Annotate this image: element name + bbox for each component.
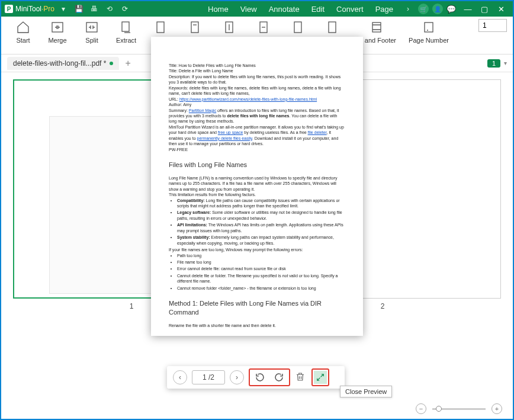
split-button[interactable]: Split [76,19,108,52]
home-icon [16,20,30,34]
merge-icon [50,20,65,34]
file-tab[interactable]: delete-files-with-long-fil...pdf * [7,57,119,70]
doc-summary: Summary: Partition Magic offers an intro… [169,108,345,124]
factor-list: Compatibility: Long file paths can cause… [177,198,345,246]
redo-icon[interactable]: ⟳ [118,2,131,15]
pw-link3[interactable]: permanently delete files easily [197,136,252,140]
ribbon-page-input[interactable] [478,19,507,32]
delete-page-button[interactable] [295,371,307,383]
list-item: Compatibility: Long file paths can cause… [177,198,345,209]
print-icon[interactable]: 🖶 [88,2,101,15]
extract-icon [119,20,133,34]
b: Legacy software: [177,210,211,214]
titlebar: P MiniTool·Pro ▾ 💾 🖶 ⟲ ⟳ Home View Annot… [1,1,513,17]
rotate-group-highlight [249,368,290,386]
undo-icon[interactable]: ⟲ [103,2,116,15]
thumb-label-1: 1 [130,302,134,310]
svg-rect-3 [157,22,164,33]
zoom-knob-icon[interactable] [436,406,442,412]
extract-label: Extract [116,37,136,44]
heading-lfn: Files with Long File Names [169,161,345,169]
error-list: Path too long File name too long Error c… [177,253,345,291]
doc-pw: MiniTool Partition Wizard is an all-in-o… [169,124,345,147]
page-badge: 1 [487,59,500,68]
minimize-button[interactable]: — [460,1,476,17]
cart-icon[interactable]: 🛒 [418,4,429,14]
doc-url-line: URL: https://www.partitionwizard.com/new… [169,97,345,102]
overflow-icon[interactable]: › [401,2,415,15]
b: Compatibility: [177,198,205,203]
menu-home[interactable]: Home [208,5,229,14]
merge-label: Merge [48,37,66,44]
new-tab-button[interactable]: + [125,58,130,69]
feedback-icon[interactable]: 💬 [443,1,460,17]
list-item: Legacy software: Some older software or … [177,210,345,221]
svg-rect-9 [372,23,381,32]
close-preview-highlight [311,368,329,386]
page-icon [222,20,236,34]
zoom-slider[interactable] [432,408,486,410]
merge-button[interactable]: Merge [41,19,73,52]
close-preview-tooltip: Close Preview [340,386,392,397]
page-icon [256,20,271,34]
preview-page: Title: How to Delete Files with Long Fil… [151,37,363,336]
doc-keywords: Keywords: delete files with long file na… [169,85,345,97]
summary-link[interactable]: Partition Magic [189,108,216,113]
close-preview-button[interactable] [314,371,327,384]
zoom-in-button[interactable]: + [491,403,502,414]
close-button[interactable]: ✕ [493,1,509,17]
zoom-bar: − + [416,403,502,414]
heading-method1: Method 1: Delete Files with Long File Na… [169,299,345,317]
start-label: Start [16,37,30,44]
menu-page[interactable]: Page [375,5,393,14]
rotate-left-button[interactable] [253,371,266,384]
page-number-label: Page Number [409,37,449,44]
svg-rect-8 [329,22,336,33]
doc-url-link[interactable]: https://www.partitionwizard.com/news/del… [179,97,317,101]
lfn-p2: This limitation results from the followi… [169,192,345,197]
summary-pre: Summary: [169,108,189,113]
page-field[interactable]: 1 /2 [192,370,225,384]
preview-controls: ‹ 1 /2 › [167,366,345,389]
maximize-button[interactable]: ▢ [476,1,493,17]
save-icon[interactable]: 💾 [72,2,85,15]
rotate-right-button[interactable] [272,371,285,384]
doc-url-label: URL: [169,97,179,101]
err-intro: If your file names are too long, Windows… [169,247,345,252]
menu-convert[interactable]: Convert [336,5,364,14]
start-button[interactable]: Start [7,19,39,52]
doc-author: Author: Amy [169,102,345,107]
ribbon-page-input-wrap [478,19,507,32]
svg-rect-1 [86,23,97,32]
page-icon [325,20,339,34]
pw2: by deleting useless files. As a free [243,130,307,134]
user-icon[interactable]: 👤 [432,4,443,14]
zoom-out-button[interactable]: − [416,403,426,414]
list-item: Cannot remove folder <folder_name> - the… [177,286,345,291]
pw-link1[interactable]: free up space [218,130,243,134]
dropdown-icon[interactable]: ▾ [57,2,70,15]
b: API limitations: [177,223,207,227]
page-badge-caret-icon[interactable]: ▾ [504,60,507,66]
menu-view[interactable]: View [240,5,257,14]
lfn-p1: Long File Name (LFN) is a naming convent… [169,175,345,192]
svg-rect-10 [425,23,433,32]
doc-title2: Title: Delete a File with Long Name [169,68,345,73]
b: System stability: [177,235,210,239]
svg-rect-2 [122,22,129,31]
next-page-button[interactable]: › [230,370,244,384]
pw-link2[interactable]: file deleter [308,130,327,134]
page-icon [291,20,305,34]
modified-dot-icon [110,62,113,65]
prev-page-button[interactable]: ‹ [173,370,187,384]
page-number-button[interactable]: Page Number [405,19,452,52]
menu-annotate[interactable]: Annotate [269,5,300,14]
thumb-label-2: 2 [381,302,385,310]
doc-desc: Description: If you want to delete files… [169,74,345,85]
menu-edit[interactable]: Edit [311,5,325,14]
m1-p: Rename the file with a shorter file name… [169,323,345,328]
extract-button[interactable]: Extract [110,19,142,52]
page-icon [153,20,168,34]
app-logo-icon: P [5,5,13,13]
file-tab-label: delete-files-with-long-fil...pdf * [13,59,106,68]
